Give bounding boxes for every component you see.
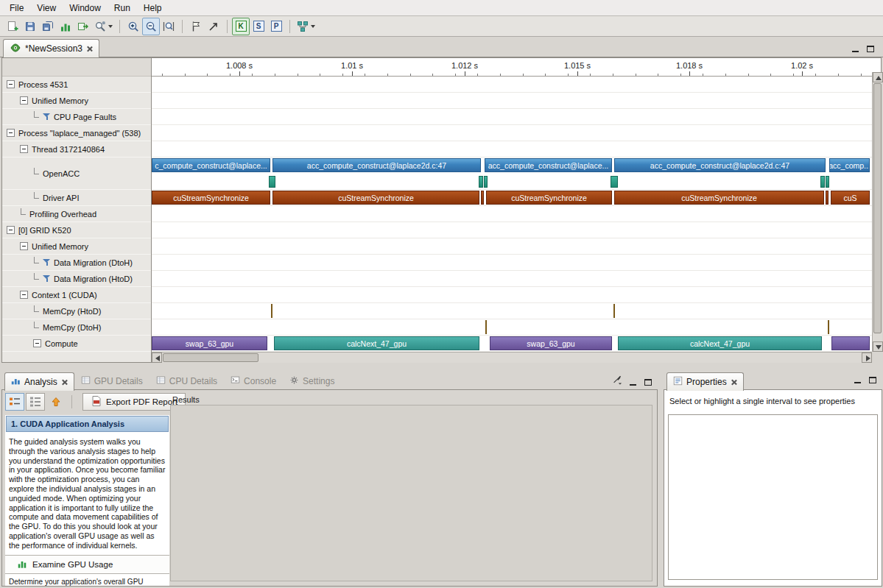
view-menu-icon[interactable] (612, 375, 622, 387)
tree-row-process-laplace-managed-538[interactable]: Process "laplace_managed" (538) (2, 125, 151, 141)
vertical-scrollbar[interactable] (872, 72, 882, 352)
scroll-left-icon[interactable] (152, 353, 162, 363)
tab-gpu-details[interactable]: GPU Details (74, 372, 149, 390)
kernel-purple-bar[interactable] (831, 336, 870, 350)
maximize-button[interactable] (868, 375, 878, 383)
memcpy-mark[interactable] (828, 320, 829, 334)
wait-bar[interactable] (611, 176, 618, 188)
tree-row-process-4531[interactable]: Process 4531 (2, 77, 151, 93)
examine-gpu-usage-button[interactable]: Examine GPU Usage (5, 555, 169, 574)
collapse-minus-icon[interactable] (20, 96, 28, 105)
kernel-purple-bar[interactable]: swap_63_gpu (152, 336, 267, 350)
tab-cpu-details[interactable]: CPU Details (149, 372, 224, 390)
openacc-bar[interactable]: acc_comp... (829, 158, 870, 172)
zoom-in-icon[interactable] (124, 18, 142, 35)
tab-properties[interactable]: Properties (666, 372, 744, 391)
driver-bar[interactable]: cuStreamSynchronize (614, 191, 824, 205)
scroll-up-icon[interactable] (873, 72, 883, 82)
settings-magnifier-icon[interactable] (92, 18, 115, 35)
wait-bar[interactable] (269, 176, 275, 188)
collapse-minus-icon[interactable] (20, 242, 28, 250)
tree-row-profiling-overhead[interactable]: Profiling Overhead (2, 206, 151, 222)
tree-row-openacc[interactable]: OpenACC (2, 157, 151, 190)
menu-file[interactable]: File (3, 1, 30, 15)
tree-row-driver-api[interactable]: Driver API (2, 190, 151, 206)
tree-row-unified-memory[interactable]: Unified Memory (2, 238, 151, 255)
tree-row-compute[interactable]: Compute (2, 336, 151, 352)
driver-bar[interactable] (826, 191, 829, 205)
zoom-out-icon[interactable] (142, 18, 160, 35)
new-session-icon[interactable] (4, 18, 21, 35)
minimize-button[interactable] (852, 375, 862, 383)
minimize-button[interactable] (627, 377, 638, 386)
tab-settings[interactable]: Settings (283, 372, 341, 390)
wait-bar[interactable] (484, 176, 488, 188)
timeline-body[interactable]: c_compute_construct@laplace...acc_comput… (152, 77, 872, 352)
menu-window[interactable]: Window (63, 1, 108, 15)
scroll-down-icon[interactable] (873, 341, 883, 352)
collapse-minus-icon[interactable] (7, 129, 15, 137)
menu-run[interactable]: Run (108, 1, 137, 15)
horizontal-scrollbar[interactable] (152, 352, 872, 363)
driver-bar[interactable]: cuStreamSynchronize (486, 191, 612, 205)
back-up-button[interactable] (46, 393, 66, 411)
filter-funnel-icon[interactable] (43, 274, 51, 283)
kernel-teal-bar[interactable]: calcNext_47_gpu (274, 336, 479, 350)
tree-row-thread-3172140864[interactable]: Thread 3172140864 (2, 141, 151, 157)
vertical-scroll-thumb[interactable] (873, 83, 882, 333)
maximize-button[interactable] (865, 43, 876, 52)
tree-row-data-migration-dtoh[interactable]: Data Migration (DtoH) (2, 255, 151, 271)
driver-bar[interactable]: cuStreamSynchronize (152, 191, 270, 205)
memcpy-mark[interactable] (613, 304, 615, 318)
wait-bar[interactable] (820, 176, 825, 188)
marker-flag-icon[interactable] (187, 18, 205, 35)
memcpy-mark[interactable] (271, 304, 272, 318)
collapse-minus-icon[interactable] (20, 145, 28, 153)
tree-row-0-grid-k520[interactable]: [0] GRID K520 (2, 222, 151, 238)
driver-bar[interactable]: cuStreamSynchronize (272, 191, 479, 205)
wait-bar[interactable] (479, 176, 483, 188)
scroll-right-icon[interactable] (862, 353, 872, 363)
save-all-icon[interactable] (39, 18, 57, 35)
wait-bar[interactable] (826, 176, 829, 188)
tree-row-cpu-page-faults[interactable]: CPU Page Faults (2, 109, 151, 125)
tree-row-unified-memory[interactable]: Unified Memory (2, 93, 151, 109)
tab-analysis[interactable]: Analysis (4, 372, 74, 391)
kernel-teal-bar[interactable]: calcNext_47_gpu (618, 336, 822, 350)
minimize-button[interactable] (850, 43, 860, 52)
close-icon[interactable] (86, 46, 93, 52)
tab-newsession3[interactable]: *NewSession3 (3, 39, 99, 57)
kernel-purple-bar[interactable]: swap_63_gpu (490, 336, 612, 350)
zoom-fit-icon[interactable] (160, 18, 177, 35)
filter-funnel-icon[interactable] (43, 113, 51, 121)
openacc-bar[interactable]: c_compute_construct@laplace... (152, 158, 270, 172)
collapse-minus-icon[interactable] (7, 80, 15, 88)
openacc-bar[interactable]: acc_compute_construct@laplace2d.c:47 (272, 158, 481, 172)
guided-analysis-view-button[interactable] (5, 393, 24, 411)
maximize-button[interactable] (643, 377, 653, 386)
export-data-icon[interactable] (74, 18, 92, 35)
close-icon[interactable] (61, 379, 68, 386)
driver-bar[interactable]: cuS (831, 191, 870, 205)
tree-row-memcpy-dtoh[interactable]: MemCpy (DtoH) (2, 319, 151, 336)
close-icon[interactable] (731, 379, 737, 386)
driver-bar[interactable] (481, 191, 484, 205)
marker-arrow-icon[interactable] (205, 18, 222, 35)
collapse-minus-icon[interactable] (20, 291, 28, 299)
profile-application-icon[interactable] (57, 18, 74, 35)
unguided-analysis-view-button[interactable] (26, 393, 45, 411)
horizontal-scroll-thumb[interactable] (163, 353, 258, 362)
tab-console[interactable]: Console (224, 372, 283, 390)
process-toggle-icon[interactable]: P (267, 18, 285, 35)
stream-toggle-icon[interactable]: S (250, 18, 267, 35)
tree-row-data-migration-htod[interactable]: Data Migration (HtoD) (2, 271, 151, 287)
collapse-minus-icon[interactable] (7, 226, 15, 234)
kernel-toggle-icon[interactable]: K (232, 18, 250, 35)
menu-view[interactable]: View (30, 1, 63, 15)
openacc-bar[interactable]: acc_compute_construct@laplace... (485, 158, 612, 172)
analysis-tree-icon[interactable] (295, 18, 317, 35)
openacc-bar[interactable]: acc_compute_construct@laplace2d.c:47 (614, 158, 826, 172)
menu-help[interactable]: Help (137, 1, 169, 15)
save-icon[interactable] (21, 18, 39, 35)
tree-row-context-1-cuda[interactable]: Context 1 (CUDA) (2, 287, 151, 303)
